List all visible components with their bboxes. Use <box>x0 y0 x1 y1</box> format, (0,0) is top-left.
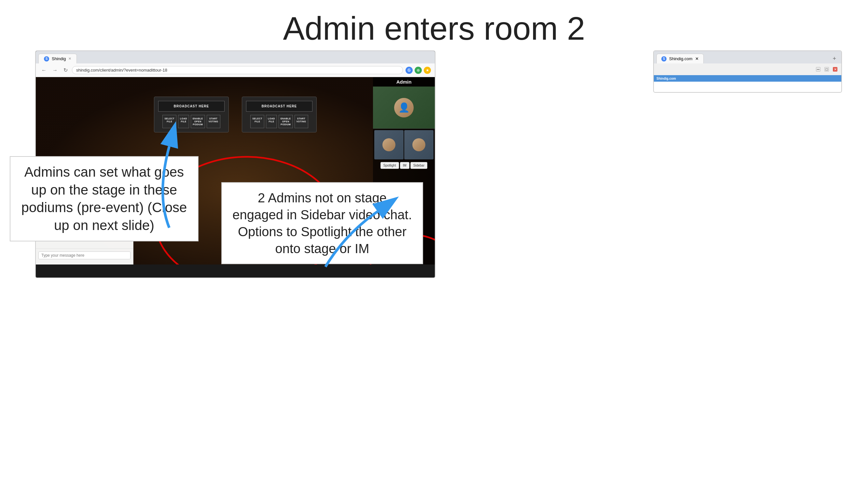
tab-label: Shindig <box>52 56 66 61</box>
admin-video-row <box>373 129 435 161</box>
add-tab-button[interactable]: + <box>830 55 839 62</box>
minimize-button[interactable]: ─ <box>816 67 820 72</box>
main-browser-tab[interactable]: S Shindig ✕ <box>38 54 77 63</box>
close-button[interactable]: ✕ <box>833 67 837 72</box>
podium-panel-1: BROADCAST HERE SELECTFILE LOADFILE ENABL… <box>154 97 229 132</box>
podium-1-enable-open-podium[interactable]: ENABLEOPENPODIUM <box>191 115 205 128</box>
bookmark-icon[interactable]: ★ <box>424 67 431 74</box>
tab-close-icon[interactable]: ✕ <box>695 56 699 61</box>
podium-1-broadcast-label: BROADCAST HERE <box>158 101 224 111</box>
admin-video-small-1 <box>374 130 404 159</box>
podium-panel-2: BROADCAST HERE SELECTFILE LOADFILE ENABL… <box>242 97 317 132</box>
podium-container: BROADCAST HERE SELECTFILE LOADFILE ENABL… <box>154 97 317 132</box>
admin-avatar-large: 👤 <box>394 98 414 118</box>
shindig-url-display: Shindig.com <box>656 77 676 80</box>
podium-1-select-file[interactable]: SELECTFILE <box>162 115 177 128</box>
address-bar: ← → ↻ shindig.com/client/admin/?event=no… <box>36 63 435 77</box>
admin-avatar-small-2 <box>412 138 425 151</box>
right-browser-tab-bar: S Shindig.com ✕ + <box>654 51 841 63</box>
admin-video-large: 👤 <box>373 87 435 129</box>
podium-2-buttons: SELECTFILE LOADFILE ENABLEOPENPODIUM STA… <box>246 115 312 128</box>
podium-1-start-voting[interactable]: STARTVOTING <box>207 115 220 128</box>
podium-1-load-file[interactable]: LOADFILE <box>178 115 189 128</box>
podium-2-load-file[interactable]: LOADFILE <box>266 115 277 128</box>
im-button[interactable]: IM <box>400 162 409 169</box>
url-input[interactable]: shindig.com/client/admin/?event=nomaditt… <box>72 66 403 74</box>
search-icon[interactable]: ⊕ <box>415 67 422 74</box>
tab-close-icon-main[interactable]: ✕ <box>68 57 71 61</box>
podium-2-select-file[interactable]: SELECTFILE <box>250 115 264 128</box>
sidebar-button[interactable]: Sidebar <box>410 162 427 169</box>
back-button[interactable]: ← <box>40 67 48 74</box>
right-browser-controls: ─ □ ✕ <box>654 63 841 75</box>
reload-button[interactable]: ↻ <box>62 66 69 74</box>
podium-2-start-voting[interactable]: STARTVOTING <box>294 115 308 128</box>
browser-tab-bar: S Shindig ✕ <box>36 51 435 63</box>
tab-favicon: S <box>44 56 49 62</box>
chat-message-input[interactable] <box>38 252 130 259</box>
admin-label: Admin <box>373 77 435 87</box>
annotation-box-left: Admins can set what goes up on the stage… <box>10 156 198 241</box>
podium-2-enable-open-podium[interactable]: ENABLEOPENPODIUM <box>279 115 293 128</box>
page-title: Admin enters room 2 <box>0 0 868 57</box>
podium-2-broadcast-label: BROADCAST HERE <box>246 101 312 111</box>
shindig-tab[interactable]: S Shindig.com ✕ <box>656 54 704 63</box>
spotlight-button[interactable]: Spotlight <box>380 162 399 169</box>
shindig-tab-label: Shindig.com <box>669 56 692 61</box>
browser-window-right: S Shindig.com ✕ + ─ □ ✕ Shindig.com <box>653 51 842 93</box>
admin-video-small-2 <box>404 130 434 159</box>
chat-input-area <box>36 249 133 262</box>
sidebar-action-buttons: Spotlight IM Sidebar <box>373 161 435 170</box>
annotation-box-right: 2 Admins not on stage engaged in Sidebar… <box>221 182 423 264</box>
toolbar-icons: G ⊕ ★ <box>405 67 431 74</box>
google-icon: G <box>405 67 413 74</box>
maximize-button[interactable]: □ <box>825 67 829 72</box>
forward-button[interactable]: → <box>51 67 59 74</box>
shindig-favicon: S <box>661 56 666 62</box>
admin-avatar-small-1 <box>382 138 396 151</box>
podium-1-buttons: SELECTFILE LOADFILE ENABLEOPENPODIUM STA… <box>158 115 224 128</box>
